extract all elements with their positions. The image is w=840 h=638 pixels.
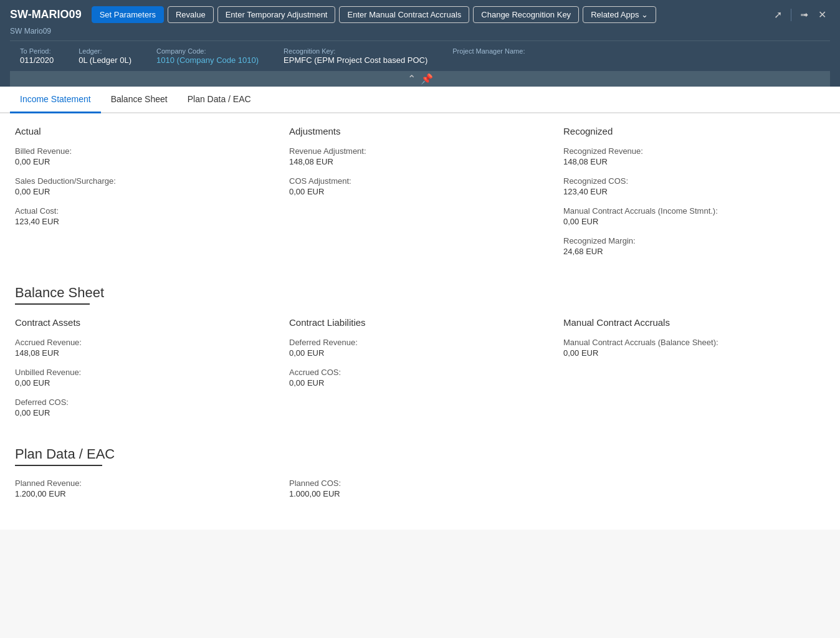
plan-data-section: Plan Data / EAC Planned Revenue: 1.200,0…: [15, 446, 825, 498]
header-actions: ➚ ➟ ✕: [770, 6, 830, 23]
recognition-key-group: Recognition Key: EPMFC (EPM Project Cost…: [284, 47, 427, 65]
manual-contract-accruals-income-label: Manual Contract Accruals (Income Stmnt.)…: [563, 206, 825, 216]
planned-revenue-group: Planned Revenue: 1.200,00 EUR: [15, 478, 277, 498]
cos-adjustment-group: COS Adjustment: 0,00 EUR: [289, 176, 551, 196]
sales-deduction-label: Sales Deduction/Surcharge:: [15, 176, 277, 186]
ledger-label: Ledger:: [79, 47, 131, 55]
contract-liabilities-title: Contract Liabilities: [289, 317, 551, 328]
tab-income-statement[interactable]: Income Statement: [10, 87, 101, 113]
planned-cos-value: 1.000,00 EUR: [289, 489, 551, 498]
cos-adjustment-value: 0,00 EUR: [289, 187, 551, 196]
main-content: Actual Billed Revenue: 0,00 EUR Sales De…: [0, 113, 840, 530]
manual-contract-accruals-bs-group: Manual Contract Accruals (Balance Sheet)…: [563, 338, 825, 358]
app-subtitle: SW Mario09: [10, 27, 830, 40]
tabs-bar: Income Statement Balance Sheet Plan Data…: [0, 87, 840, 113]
recognized-cos-label: Recognized COS:: [563, 176, 825, 186]
collapse-button[interactable]: ⌃: [408, 73, 416, 85]
balance-sheet-section: Balance Sheet Contract Assets Accrued Re…: [15, 285, 825, 427]
unbilled-revenue-value: 0,00 EUR: [15, 378, 277, 388]
recognized-revenue-value: 148,08 EUR: [563, 157, 825, 166]
header-buttons: Set Parameters Revalue Enter Temporary A…: [92, 6, 765, 23]
fullscreen-button[interactable]: ➟: [796, 6, 812, 23]
income-statement-grid: Actual Billed Revenue: 0,00 EUR Sales De…: [15, 126, 825, 266]
recognized-column: Recognized Recognized Revenue: 148,08 EU…: [563, 126, 825, 266]
external-link-button[interactable]: ➚: [770, 6, 786, 23]
enter-temporary-adjustment-button[interactable]: Enter Temporary Adjustment: [217, 6, 336, 23]
actual-cost-group: Actual Cost: 123,40 EUR: [15, 206, 277, 226]
recognized-revenue-group: Recognized Revenue: 148,08 EUR: [563, 146, 825, 166]
to-period-group: To Period: 011/2020: [20, 47, 54, 65]
accrued-revenue-group: Accrued Revenue: 148,08 EUR: [15, 338, 277, 358]
manual-contract-accruals-bs-label: Manual Contract Accruals (Balance Sheet)…: [563, 338, 825, 347]
project-manager-group: Project Manager Name:: [452, 47, 525, 55]
manual-contract-accruals-title: Manual Contract Accruals: [563, 317, 825, 328]
plan-data-title: Plan Data / EAC: [15, 446, 825, 462]
ledger-group: Ledger: 0L (Ledger 0L): [79, 47, 131, 65]
recognition-key-label: Recognition Key:: [284, 47, 427, 55]
deferred-revenue-label: Deferred Revenue:: [289, 338, 551, 347]
pin-button[interactable]: 📌: [421, 73, 433, 85]
revenue-adjustment-group: Revenue Adjustment: 148,08 EUR: [289, 146, 551, 166]
to-period-value: 011/2020: [20, 55, 54, 65]
planned-revenue-value: 1.200,00 EUR: [15, 489, 277, 498]
recognized-cos-group: Recognized COS: 123,40 EUR: [563, 176, 825, 196]
tab-plan-data-eac[interactable]: Plan Data / EAC: [178, 87, 261, 113]
contract-assets-title: Contract Assets: [15, 317, 277, 328]
planned-cos-group: Planned COS: 1.000,00 EUR: [289, 478, 551, 498]
actual-title: Actual: [15, 126, 277, 136]
balance-sheet-title: Balance Sheet: [15, 285, 825, 301]
billed-revenue-label: Billed Revenue:: [15, 146, 277, 156]
manual-contract-accruals-income-group: Manual Contract Accruals (Income Stmnt.)…: [563, 206, 825, 226]
company-code-group: Company Code: 1010 (Company Code 1010): [156, 47, 259, 65]
balance-sheet-divider: [15, 303, 90, 305]
enter-manual-contract-accruals-button[interactable]: Enter Manual Contract Accruals: [339, 6, 469, 23]
app-header: SW-MARIO09 Set Parameters Revalue Enter …: [0, 0, 840, 87]
deferred-cos-label: Deferred COS:: [15, 398, 277, 407]
company-code-label: Company Code:: [156, 47, 259, 55]
manual-contract-accruals-income-value: 0,00 EUR: [563, 217, 825, 226]
recognized-margin-group: Recognized Margin: 24,68 EUR: [563, 236, 825, 256]
revenue-adjustment-value: 148,08 EUR: [289, 157, 551, 166]
recognition-key-value: EPMFC (EPM Project Cost based POC): [284, 55, 427, 65]
deferred-cos-group: Deferred COS: 0,00 EUR: [15, 398, 277, 417]
adjustments-column: Adjustments Revenue Adjustment: 148,08 E…: [289, 126, 551, 266]
plan-data-divider: [15, 465, 102, 466]
manual-contract-accruals-bs-value: 0,00 EUR: [563, 348, 825, 358]
sales-deduction-value: 0,00 EUR: [15, 187, 277, 196]
accrued-revenue-value: 148,08 EUR: [15, 348, 277, 358]
plan-data-empty-col: [563, 478, 825, 498]
deferred-revenue-value: 0,00 EUR: [289, 348, 551, 358]
actual-column: Actual Billed Revenue: 0,00 EUR Sales De…: [15, 126, 277, 266]
unbilled-revenue-group: Unbilled Revenue: 0,00 EUR: [15, 368, 277, 388]
collapse-bar: ⌃ 📌: [10, 71, 830, 87]
related-apps-button[interactable]: Related Apps ⌄: [583, 6, 656, 23]
set-parameters-button[interactable]: Set Parameters: [92, 6, 164, 23]
header-top: SW-MARIO09 Set Parameters Revalue Enter …: [10, 0, 830, 27]
accrued-cos-value: 0,00 EUR: [289, 378, 551, 388]
recognized-cos-value: 123,40 EUR: [563, 187, 825, 196]
company-code-value[interactable]: 1010 (Company Code 1010): [156, 55, 259, 65]
recognized-revenue-label: Recognized Revenue:: [563, 146, 825, 156]
deferred-revenue-group: Deferred Revenue: 0,00 EUR: [289, 338, 551, 358]
actual-cost-value: 123,40 EUR: [15, 217, 277, 226]
plan-data-grid: Planned Revenue: 1.200,00 EUR Planned CO…: [15, 478, 825, 498]
accrued-cos-label: Accrued COS:: [289, 368, 551, 377]
close-button[interactable]: ✕: [814, 6, 830, 23]
planned-cos-label: Planned COS:: [289, 478, 551, 488]
manual-contract-accruals-column: Manual Contract Accruals Manual Contract…: [563, 317, 825, 427]
income-statement-section: Actual Billed Revenue: 0,00 EUR Sales De…: [15, 126, 825, 266]
tab-balance-sheet[interactable]: Balance Sheet: [101, 87, 178, 113]
planned-revenue-label: Planned Revenue:: [15, 478, 277, 488]
ledger-value: 0L (Ledger 0L): [79, 55, 131, 65]
contract-liabilities-column: Contract Liabilities Deferred Revenue: 0…: [289, 317, 551, 427]
to-period-label: To Period:: [20, 47, 54, 55]
unbilled-revenue-label: Unbilled Revenue:: [15, 368, 277, 377]
recognized-margin-value: 24,68 EUR: [563, 247, 825, 256]
recognized-margin-label: Recognized Margin:: [563, 236, 825, 245]
revalue-button[interactable]: Revalue: [168, 6, 214, 23]
separator: [791, 9, 791, 21]
accrued-revenue-label: Accrued Revenue:: [15, 338, 277, 347]
recognized-title: Recognized: [563, 126, 825, 136]
actual-cost-label: Actual Cost:: [15, 206, 277, 216]
change-recognition-key-button[interactable]: Change Recognition Key: [473, 6, 579, 23]
